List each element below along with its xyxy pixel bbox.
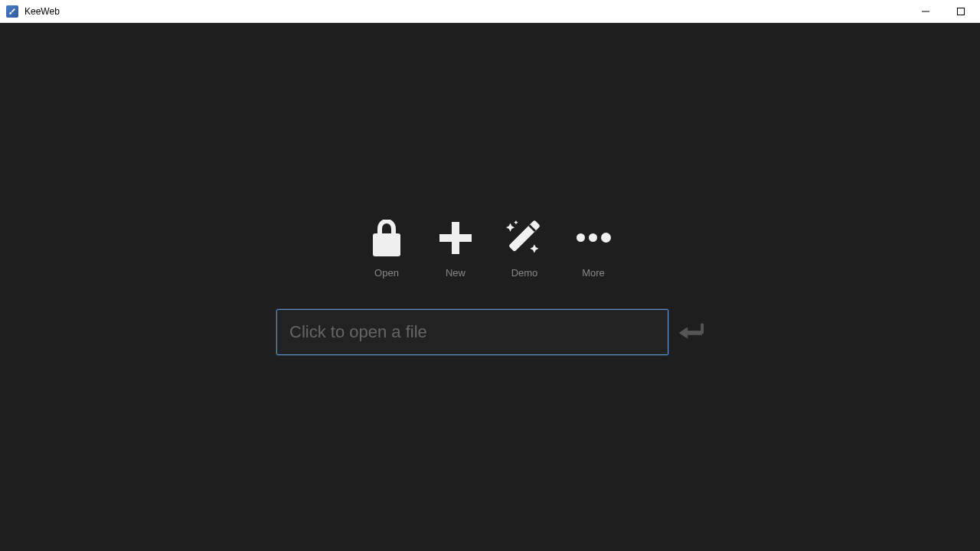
plus-icon — [437, 220, 474, 256]
svg-rect-2 — [373, 233, 400, 256]
main-content: Open New Demo — [0, 23, 980, 551]
window-titlebar: KeeWeb — [0, 0, 980, 23]
demo-button[interactable]: Demo — [506, 220, 543, 279]
app-icon — [6, 5, 18, 18]
window-controls — [908, 0, 978, 23]
open-button[interactable]: Open — [368, 220, 405, 279]
more-dots-icon — [575, 220, 612, 256]
window-title: KeeWeb — [24, 6, 60, 17]
new-button[interactable]: New — [437, 220, 474, 279]
svg-rect-4 — [439, 234, 472, 242]
lock-icon — [368, 220, 405, 256]
more-label: More — [582, 267, 605, 279]
demo-label: Demo — [511, 267, 538, 279]
minimize-button[interactable] — [908, 0, 943, 23]
maximize-button[interactable] — [943, 0, 978, 23]
magic-wand-icon — [506, 220, 543, 256]
file-input-row — [276, 309, 704, 355]
action-icons-row: Open New Demo — [368, 220, 612, 279]
svg-rect-1 — [958, 8, 965, 15]
new-label: New — [446, 267, 466, 279]
titlebar-left: KeeWeb — [6, 5, 60, 18]
enter-icon[interactable] — [679, 320, 704, 344]
open-label: Open — [374, 267, 399, 279]
file-input[interactable] — [276, 309, 668, 355]
more-button[interactable]: More — [575, 220, 612, 279]
